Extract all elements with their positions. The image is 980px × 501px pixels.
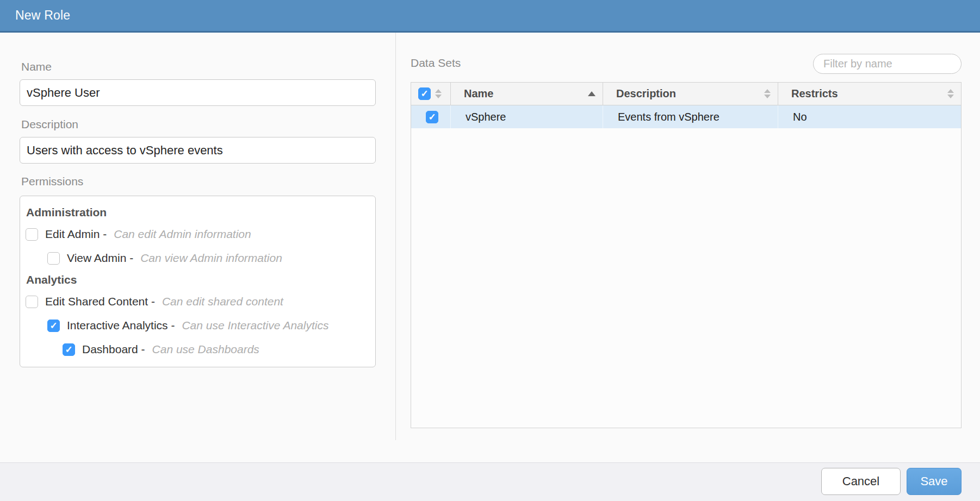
select-all-header-cell[interactable] — [411, 83, 451, 105]
permission-label: Interactive Analytics - — [67, 319, 175, 332]
permission-description: Can use Dashboards — [152, 343, 259, 356]
column-divider — [395, 33, 396, 440]
select-all-checkbox[interactable] — [418, 87, 431, 100]
column-header-label: Description — [616, 87, 676, 100]
datasets-label: Data Sets — [411, 57, 461, 70]
permissions-box: Administration Edit Admin - Can edit Adm… — [20, 196, 376, 367]
cancel-button[interactable]: Cancel — [821, 468, 901, 495]
permission-description: Can use Interactive Analytics — [182, 319, 328, 332]
dialog-titlebar: New Role — [0, 0, 980, 33]
permissions-label: Permissions — [21, 175, 83, 188]
dataset-row-vsphere[interactable]: vSphere Events from vSphere No — [411, 105, 961, 128]
interactive-analytics-checkbox[interactable] — [47, 320, 60, 332]
permission-group-heading-administration: Administration — [26, 203, 368, 222]
column-header-label: Restricts — [791, 87, 838, 100]
column-header-restricts[interactable]: Restricts — [778, 83, 961, 105]
permission-label: Edit Admin - — [45, 228, 107, 241]
permission-row-view-admin[interactable]: View Admin - Can view Admin information — [26, 246, 368, 270]
permission-description: Can edit shared content — [162, 295, 283, 308]
permission-row-dashboard[interactable]: Dashboard - Can use Dashboards — [26, 337, 368, 361]
datasets-table: Name Description Restricts vSphere Event… — [411, 82, 962, 428]
column-header-description[interactable]: Description — [603, 83, 778, 105]
sort-asc-icon[interactable] — [588, 91, 596, 96]
dialog-title: New Role — [15, 8, 70, 23]
row-checkbox[interactable] — [426, 111, 438, 123]
row-description-cell: Events from vSphere — [603, 105, 778, 128]
name-label: Name — [21, 60, 52, 73]
permission-group-heading-analytics: Analytics — [26, 270, 368, 290]
dashboard-checkbox[interactable] — [63, 343, 75, 356]
permission-description: Can view Admin information — [140, 252, 282, 265]
permission-label: View Admin - — [67, 252, 133, 265]
row-restricts-cell: No — [778, 105, 961, 128]
permission-description: Can edit Admin information — [114, 228, 251, 241]
dataset-filter-input[interactable] — [813, 54, 962, 74]
save-button[interactable]: Save — [907, 468, 962, 495]
permission-row-interactive-analytics[interactable]: Interactive Analytics - Can use Interact… — [26, 314, 368, 337]
row-select-cell — [411, 105, 451, 128]
permission-row-edit-admin[interactable]: Edit Admin - Can edit Admin information — [26, 222, 368, 246]
description-input[interactable] — [20, 137, 376, 164]
column-header-label: Name — [464, 87, 493, 100]
row-name-cell: vSphere — [451, 105, 603, 128]
edit-admin-checkbox[interactable] — [26, 228, 38, 241]
datasets-table-header: Name Description Restricts — [411, 83, 961, 105]
permission-label: Edit Shared Content - — [45, 295, 155, 308]
permission-label: Dashboard - — [82, 343, 145, 356]
name-input[interactable] — [20, 79, 376, 106]
column-header-name[interactable]: Name — [451, 83, 603, 105]
view-admin-checkbox[interactable] — [47, 252, 60, 265]
sort-toggle-icon[interactable] — [764, 89, 771, 98]
sort-toggle-icon[interactable] — [947, 89, 954, 98]
permission-row-edit-shared-content[interactable]: Edit Shared Content - Can edit shared co… — [26, 290, 368, 314]
sort-toggle-icon[interactable] — [435, 89, 442, 98]
description-label: Description — [21, 118, 78, 131]
edit-shared-content-checkbox[interactable] — [26, 296, 38, 308]
